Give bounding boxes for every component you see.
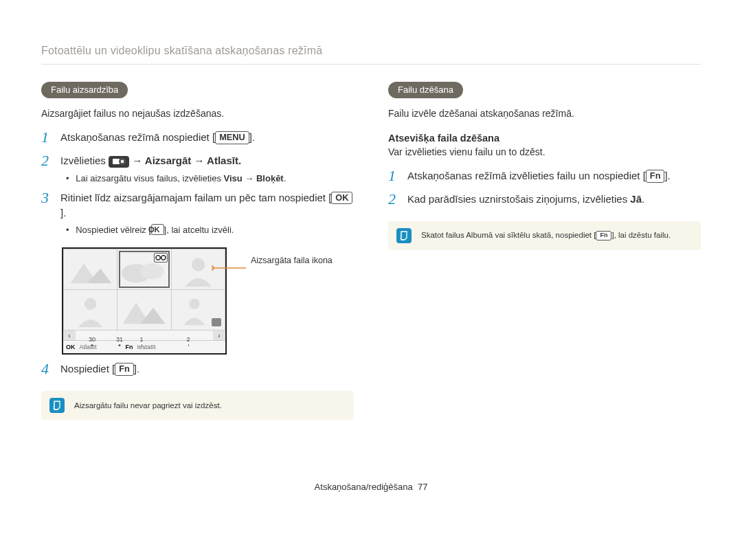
step-1: 1 Atskaņošanas režīmā nospiediet [MENU]. [41, 128, 354, 146]
column-right: Failu dzēšana Failu izvēle dzēšanai atsk… [388, 82, 701, 420]
scroll-left-icon: ‹ [63, 331, 76, 340]
page-footer: Atskaņošana/rediģēšana 77 [41, 482, 701, 492]
section-pill-protection: Failu aizsardzība [41, 82, 128, 98]
deletion-lead: Failu izvēle dzēšanai atskaņošanas režīm… [388, 108, 701, 119]
menu-button-label: MENU [215, 131, 249, 144]
fn-button-label: Fn [115, 363, 134, 376]
thumbnail [117, 290, 170, 330]
step-number: 2 [41, 152, 60, 170]
protection-lead: Aizsargājiet failus no nejaušas izdzēšan… [41, 108, 354, 119]
svg-rect-2 [121, 160, 124, 163]
thumbnail [172, 290, 225, 330]
step-3-bullet: Nospiediet vēlreiz [OK], lai atceltu izv… [66, 224, 354, 235]
step-2: 2 Kad parādīsies uznirstošais ziņojums, … [388, 190, 701, 208]
lock-icon [154, 253, 168, 262]
step-number: 3 [41, 189, 60, 207]
svg-point-9 [140, 263, 164, 279]
note-icon [396, 228, 412, 243]
step-2-bullet: Lai aizsargātu visus failus, izvēlieties… [66, 173, 354, 183]
column-left: Failu aizsardzība Aizsargājiet failus no… [41, 82, 354, 420]
scroll-tick: 30 [89, 336, 95, 343]
step-2: 2 Izvēlieties → Aizsargāt → Atlasīt. [41, 152, 354, 170]
subheading-single-delete: Atsevišķa faila dzēšana [388, 133, 701, 144]
note-text: Skatot failus Albumā vai sīktēlu skatā, … [421, 231, 671, 240]
step-4: 4 Nospiediet [Fn]. [41, 360, 354, 378]
scroll-tick: 1 [139, 336, 143, 343]
step-number: 1 [388, 167, 407, 185]
status-bar: OK Atlasīt Fn Iestatīt [63, 340, 225, 353]
svg-point-11 [85, 298, 96, 310]
page-title: Fotoattēlu un videoklipu skatīšana atska… [41, 45, 701, 65]
step-number: 2 [388, 190, 407, 208]
scroll-bar: ‹ 30 31 1 2 › [63, 331, 225, 340]
step-number: 1 [41, 128, 60, 146]
step-1: 1 Atskaņošanas režīmā izvēlieties failu … [388, 167, 701, 185]
svg-point-5 [156, 256, 160, 260]
fn-button-label: Fn [646, 170, 665, 183]
callout-protected-icon: Aizsargāta faila ikona [251, 256, 333, 265]
ok-button-label: OK [151, 224, 164, 235]
fn-button-label: Fn [596, 231, 611, 240]
protect-icon [109, 156, 129, 168]
thumbnail [64, 249, 117, 289]
note-box: Skatot failus Albumā vai sīktēlu skatā, … [388, 221, 701, 250]
svg-point-6 [161, 256, 165, 260]
scroll-tick: 2 [186, 336, 190, 343]
single-delete-lead: Var izvēlieties vienu failu un to dzēst. [388, 146, 701, 157]
step-number: 4 [41, 360, 60, 378]
note-icon [49, 398, 65, 413]
svg-point-10 [192, 258, 205, 271]
step-3: 3 Ritiniet līdz aizsargājamajam failam u… [41, 189, 354, 221]
thumbnail-figure: ‹ 30 31 1 2 › OK Atlasīt [62, 247, 354, 355]
thumbnail-selected [117, 249, 170, 289]
ok-button-label: OK [331, 192, 352, 205]
section-pill-deletion: Failu dzēšana [388, 82, 463, 98]
scroll-right-icon: › [213, 331, 225, 340]
thumbnail [64, 290, 117, 330]
svg-rect-0 [113, 159, 120, 164]
svg-point-14 [189, 299, 199, 309]
note-box: Aizsargātu failu nevar pagriezt vai izdz… [41, 391, 354, 420]
scroll-tick: 31 [116, 336, 123, 343]
note-text: Aizsargātu failu nevar pagriezt vai izdz… [74, 401, 222, 410]
